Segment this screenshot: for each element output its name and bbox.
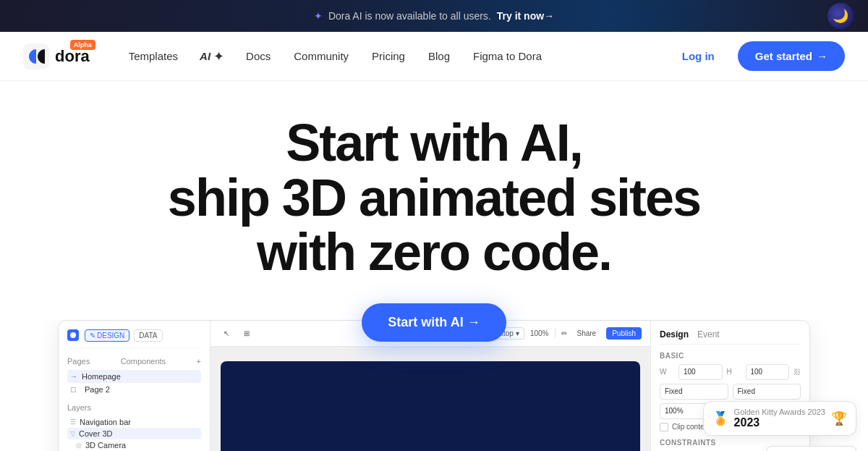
hero-cta-area: Start with AI → bbox=[23, 303, 845, 342]
layer-item-cover3d[interactable]: ▽ Cover 3D bbox=[67, 428, 201, 439]
logo[interactable]: dora Alpha bbox=[23, 43, 90, 69]
clip-content-checkbox[interactable] bbox=[660, 423, 668, 431]
layer-label: Navigation bar bbox=[80, 418, 131, 426]
page-item-homepage[interactable]: → Homepage bbox=[67, 370, 201, 383]
ai-label: AI bbox=[200, 50, 210, 62]
nav-item-figma[interactable]: Figma to Dora bbox=[463, 44, 552, 68]
fixed-row: Fixed Fixed bbox=[660, 384, 801, 400]
page-icon: ◻ bbox=[70, 385, 80, 393]
award-badge: 🏅 Golden Kitty Awards 2023 2023 🏆 bbox=[703, 401, 856, 436]
banner-text: Dora AI is now available to all users. bbox=[328, 10, 491, 22]
nav-actions: Log in Get started → bbox=[668, 41, 845, 71]
layer-item-camera[interactable]: ◎ 3D Camera bbox=[67, 439, 201, 451]
height-input[interactable]: 100 bbox=[746, 364, 790, 380]
layer-icon: ☰ bbox=[70, 418, 76, 426]
banner-link[interactable]: Try it now→ bbox=[497, 10, 554, 22]
page-label: Page 2 bbox=[85, 385, 110, 394]
nav-item-blog[interactable]: Blog bbox=[418, 44, 460, 68]
ai-spark-icon: ✦ bbox=[213, 49, 224, 64]
width-input[interactable]: 100 bbox=[678, 364, 723, 380]
hero-section: Start with AI, ship 3D animated sites wi… bbox=[0, 81, 868, 342]
arrow-icon: → bbox=[817, 50, 827, 62]
navbar: dora Alpha Templates AI ✦ Docs Community… bbox=[0, 32, 868, 81]
layer-item-navbar[interactable]: ☰ Navigation bar bbox=[67, 416, 201, 428]
get-started-button[interactable]: Get started → bbox=[738, 41, 845, 71]
login-button[interactable]: Log in bbox=[668, 43, 729, 69]
layer-icon: ▽ bbox=[70, 430, 75, 437]
w-label: W bbox=[660, 368, 674, 376]
page-arrow-icon: → bbox=[70, 372, 77, 380]
banner-star-icon: ✦ bbox=[314, 10, 323, 22]
layer-icon: ◎ bbox=[76, 442, 82, 449]
fixed-x-input[interactable]: Fixed bbox=[660, 384, 728, 400]
pages-label: Pages bbox=[67, 357, 90, 366]
layers-label: Layers bbox=[67, 403, 201, 412]
award-laurel-left: 🏅 bbox=[712, 410, 728, 426]
components-label: Components bbox=[121, 357, 166, 366]
layers-section: Layers ☰ Navigation bar ▽ Cover 3D ◎ 3D … bbox=[67, 403, 201, 451]
basic-label: Basic bbox=[660, 352, 801, 360]
nav-links: Templates AI ✦ Docs Community Pricing Bl… bbox=[119, 43, 668, 70]
page-item-page2[interactable]: ◻ Page 2 bbox=[67, 383, 201, 396]
start-ai-button[interactable]: Start with AI → bbox=[362, 303, 506, 342]
alpha-badge: Alpha bbox=[70, 40, 95, 50]
link-icon[interactable]: ⛓ bbox=[793, 368, 801, 376]
add-page-icon[interactable]: + bbox=[197, 357, 201, 366]
top-banner: ✦ Dora AI is now available to all users.… bbox=[0, 0, 868, 32]
award-year: 2023 bbox=[734, 416, 825, 429]
logo-icon bbox=[23, 43, 49, 69]
h-label: H bbox=[727, 368, 741, 376]
layer-label: 3D Camera bbox=[85, 441, 126, 450]
layer-label: Cover 3D bbox=[79, 429, 112, 438]
nav-item-pricing[interactable]: Pricing bbox=[362, 44, 415, 68]
width-row: W 100 H 100 ⛓ bbox=[660, 364, 801, 380]
award-laurel-right: 🏆 bbox=[831, 410, 847, 426]
nav-item-templates[interactable]: Templates bbox=[119, 44, 188, 68]
nav-item-community[interactable]: Community bbox=[284, 44, 359, 68]
nav-item-ai[interactable]: AI ✦ bbox=[191, 43, 233, 70]
logo-wordmark: dora Alpha bbox=[55, 47, 90, 66]
fixed-y-input[interactable]: Fixed bbox=[733, 384, 801, 400]
hero-title: Start with AI, ship 3D animated sites wi… bbox=[23, 116, 845, 280]
made-in-dora-badge: Made in Dora bbox=[766, 446, 856, 451]
page-label: Homepage bbox=[82, 372, 121, 381]
nav-item-docs[interactable]: Docs bbox=[236, 44, 281, 68]
canvas-content bbox=[221, 361, 640, 451]
award-text-area: Golden Kitty Awards 2023 2023 bbox=[734, 408, 825, 429]
pages-section: Pages Components + → Homepage ◻ Page 2 bbox=[67, 357, 201, 396]
banner-moon-icon: 🌙 bbox=[827, 3, 854, 29]
award-title: Golden Kitty Awards 2023 bbox=[734, 408, 825, 416]
